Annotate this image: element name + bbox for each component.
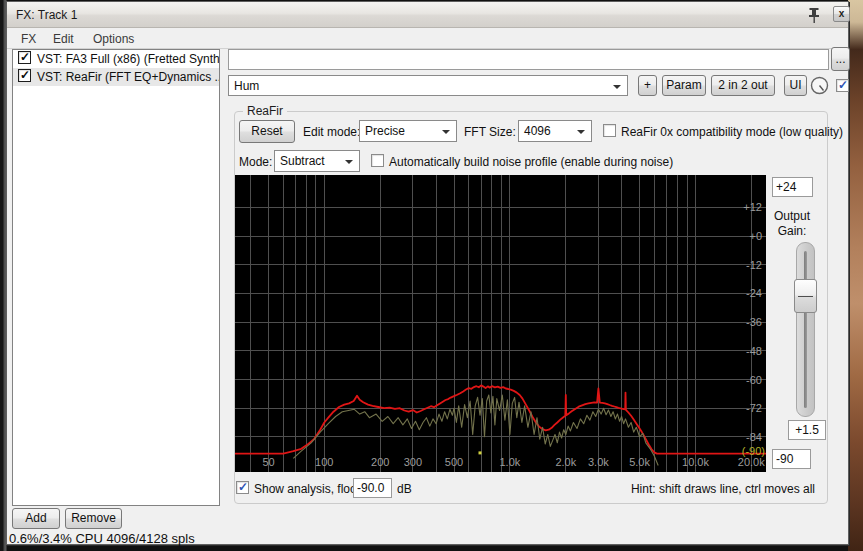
title-bar[interactable]: FX: Track 1 x [7, 2, 848, 28]
mode-label: Mode: [239, 155, 272, 169]
fft-size-combobox[interactable]: 4096 [518, 120, 592, 142]
svg-text:-24: -24 [746, 287, 762, 299]
svg-text:100: 100 [315, 456, 333, 468]
menu-fx[interactable]: FX [17, 32, 40, 46]
more-button[interactable]: ... [831, 47, 850, 71]
remove-fx-button[interactable]: Remove [65, 508, 122, 529]
svg-text:-84: -84 [746, 431, 762, 443]
mode-combobox[interactable]: Subtract [274, 150, 360, 172]
reafir-groupbox: ReaFir Reset Edit mode: Precise FFT Size… [234, 111, 828, 504]
fx-enabled-checkbox[interactable] [18, 51, 31, 64]
fx-item-label: VST: FA3 Full (x86) (Fretted Synth) [37, 52, 219, 66]
analysis-floor-input[interactable]: -90.0 [353, 478, 392, 498]
svg-text:300: 300 [404, 456, 422, 468]
svg-text:3.0k: 3.0k [588, 456, 609, 468]
output-gain-slider-thumb[interactable] [794, 279, 817, 313]
svg-text:-48: -48 [746, 345, 762, 357]
output-gain-value-input[interactable]: +1.5 [788, 420, 826, 440]
cpu-status-text: 0.6%/3.4% CPU 4096/4128 spls [9, 531, 195, 546]
svg-text:-36: -36 [746, 316, 762, 328]
svg-text:10.0k: 10.0k [682, 456, 709, 468]
pin-icon[interactable] [807, 7, 821, 24]
auto-noise-label: Automatically build noise profile (enabl… [389, 155, 673, 169]
compatibility-checkbox[interactable] [603, 124, 616, 137]
edit-mode-label: Edit mode: [303, 125, 360, 139]
show-analysis-label: Show analysis, floor: [254, 482, 364, 496]
svg-text:5.0k: 5.0k [629, 456, 650, 468]
fx-list-item-reafir[interactable]: VST: ReaFir (FFT EQ+Dynamics ... [13, 68, 219, 86]
groupbox-label: ReaFir [243, 104, 287, 118]
fx-enabled-checkbox[interactable] [18, 69, 31, 82]
close-button[interactable]: x [833, 6, 850, 22]
param-button[interactable]: Param [662, 75, 706, 96]
desktop-background-strip [848, 0, 863, 551]
preset-combobox[interactable]: Hum [228, 75, 628, 96]
show-analysis-checkbox[interactable] [236, 481, 249, 494]
window-title: FX: Track 1 [16, 8, 77, 22]
output-gain-slider[interactable] [796, 242, 815, 417]
gain-max-input[interactable]: +24 [772, 177, 813, 197]
svg-text:-60: -60 [746, 374, 762, 386]
svg-text:50: 50 [262, 456, 274, 468]
fx-item-label: VST: ReaFir (FFT EQ+Dynamics ... [37, 70, 219, 84]
spectrum-graph[interactable]: +12+0-12-24-36-48-60-72-84(-90)501002003… [235, 175, 766, 472]
fx-list-item-fa3[interactable]: VST: FA3 Full (x86) (Fretted Synth) [13, 50, 219, 68]
svg-text:2.0k: 2.0k [555, 456, 576, 468]
hint-text: Hint: shift draws line, ctrl moves all [631, 482, 815, 496]
compatibility-label: ReaFir 0x compatibility mode (low qualit… [621, 125, 843, 139]
svg-text:-72: -72 [746, 402, 762, 414]
auto-noise-checkbox[interactable] [371, 154, 384, 167]
edit-mode-combobox[interactable]: Precise [359, 120, 457, 142]
fx-chain-window: FX: Track 1 x FX Edit Options VST: FA3 F… [6, 1, 849, 545]
fx-bypass-checkbox[interactable] [836, 79, 849, 92]
svg-text:200: 200 [371, 456, 389, 468]
svg-text:1.0k: 1.0k [500, 456, 521, 468]
wet-dry-knob-icon[interactable] [810, 76, 829, 95]
db-unit-label: dB [397, 482, 412, 496]
fx-chain-list[interactable]: VST: FA3 Full (x86) (Fretted Synth) VST:… [12, 49, 220, 506]
fx-comment-input[interactable] [228, 49, 829, 70]
svg-text:500: 500 [445, 456, 463, 468]
svg-text:20.0k: 20.0k [738, 456, 765, 468]
save-preset-button[interactable]: + [638, 75, 657, 96]
add-fx-button[interactable]: Add [12, 508, 60, 529]
reset-button[interactable]: Reset [239, 120, 295, 143]
menu-edit[interactable]: Edit [49, 32, 78, 46]
menu-options[interactable]: Options [89, 32, 138, 46]
cursor-marker [479, 451, 482, 454]
output-gain-label: Output Gain: [757, 209, 827, 239]
io-routing-button[interactable]: 2 in 2 out [711, 75, 775, 96]
ui-toggle-button[interactable]: UI [784, 75, 807, 96]
menu-bar: FX Edit Options [7, 29, 848, 49]
svg-text:-12: -12 [746, 259, 762, 271]
gain-min-input[interactable]: -90 [772, 449, 811, 469]
fft-size-label: FFT Size: [464, 125, 516, 139]
